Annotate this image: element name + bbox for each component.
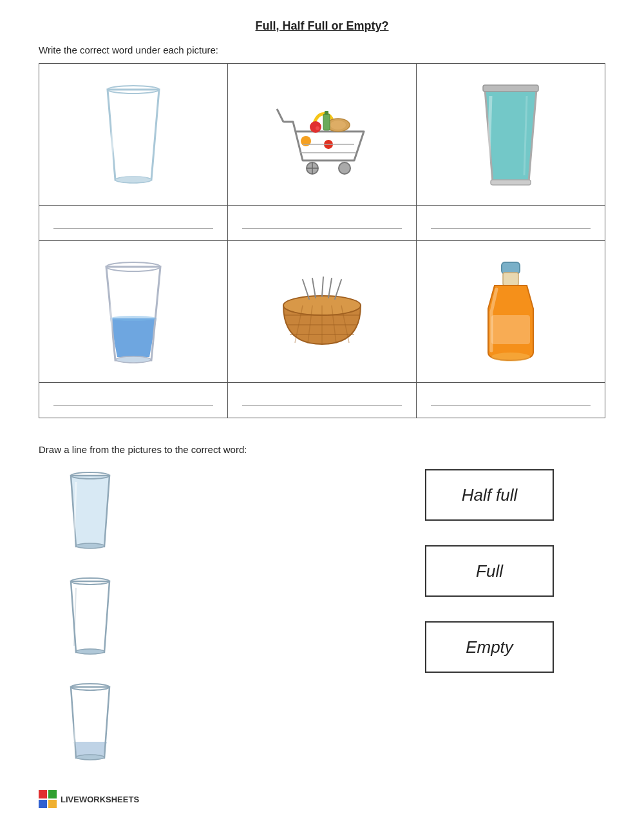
svg-point-30 [110, 316, 156, 321]
svg-point-12 [310, 121, 321, 133]
word-box-full: Full [425, 545, 554, 597]
answer-cell-4[interactable] [39, 383, 228, 418]
answer-row-1 [39, 206, 605, 241]
answer-cell-5[interactable] [228, 383, 417, 418]
cell-empty-glass [39, 64, 228, 206]
match-picture-1 [64, 469, 116, 556]
answer-cell-1[interactable] [39, 206, 228, 241]
svg-line-5 [277, 109, 283, 122]
svg-line-42 [312, 278, 316, 298]
svg-rect-64 [39, 790, 47, 798]
answer-row-2 [39, 383, 605, 418]
svg-point-53 [76, 543, 104, 548]
match-empty-glass-svg [64, 575, 116, 659]
svg-point-57 [76, 649, 104, 654]
match-picture-2 [64, 575, 116, 661]
half-glass-svg [95, 260, 172, 363]
svg-rect-66 [39, 800, 47, 808]
cell-full-glass-teal [417, 64, 605, 206]
svg-rect-23 [491, 180, 531, 185]
image-row-1 [39, 64, 605, 206]
svg-point-62 [76, 755, 104, 760]
svg-rect-48 [491, 315, 530, 344]
answer-input-6[interactable] [431, 395, 591, 406]
match-full-glass-svg [64, 469, 116, 553]
match-half-glass-svg [64, 681, 116, 764]
instruction1: Write the correct word under each pictur… [39, 44, 605, 55]
words-column: Half full Full Empty [425, 469, 554, 673]
svg-point-49 [491, 353, 530, 362]
grid-table [39, 63, 605, 418]
answer-input-5[interactable] [242, 395, 402, 406]
svg-line-44 [328, 278, 332, 298]
svg-rect-67 [48, 800, 57, 808]
answer-cell-2[interactable] [228, 206, 417, 241]
svg-line-31 [110, 273, 113, 353]
match-picture-3 [64, 681, 116, 767]
cell-basket [228, 241, 417, 383]
svg-point-13 [316, 126, 319, 130]
answer-input-3[interactable] [431, 218, 591, 229]
svg-rect-14 [323, 114, 330, 130]
svg-point-3 [119, 176, 147, 181]
juice-bottle-svg [478, 257, 543, 367]
word-box-halffull: Half full [425, 469, 554, 521]
pictures-column [64, 469, 116, 767]
word-empty-label: Empty [466, 637, 513, 657]
footer-text: LIVEWORKSHEETS [61, 795, 139, 804]
word-full-label: Full [476, 561, 503, 581]
matching-area: Half full Full Empty [39, 469, 605, 767]
svg-marker-0 [108, 90, 159, 180]
svg-rect-47 [503, 273, 518, 285]
word-box-empty: Empty [425, 621, 554, 673]
shopping-cart-svg [270, 83, 374, 186]
svg-point-7 [339, 162, 350, 174]
answer-input-1[interactable] [53, 218, 213, 229]
svg-marker-55 [71, 581, 109, 652]
svg-rect-15 [325, 111, 328, 115]
footer: LIVEWORKSHEETS [39, 790, 605, 808]
full-glass-teal-svg [475, 80, 546, 189]
svg-point-11 [330, 121, 346, 130]
answer-input-2[interactable] [242, 218, 402, 229]
svg-point-29 [116, 356, 151, 363]
instruction2: Draw a line from the pictures to the cor… [39, 444, 605, 455]
image-row-2 [39, 241, 605, 383]
svg-rect-65 [48, 790, 57, 798]
answer-input-4[interactable] [53, 395, 213, 406]
word-halffull-label: Half full [462, 485, 518, 505]
svg-marker-26 [110, 318, 156, 357]
basket-svg [270, 267, 374, 357]
answer-cell-6[interactable] [417, 383, 605, 418]
liveworksheets-logo [39, 790, 57, 808]
page-title: Full, Half Full or Empty? [39, 19, 605, 33]
svg-marker-20 [485, 90, 536, 182]
svg-line-43 [322, 277, 323, 296]
cell-shopping-cart [228, 64, 417, 206]
answer-cell-3[interactable] [417, 206, 605, 241]
cell-half-glass [39, 241, 228, 383]
logo-icon [39, 790, 57, 808]
cell-juice-bottle [417, 241, 605, 383]
svg-rect-22 [483, 85, 538, 92]
empty-glass-svg [95, 83, 172, 186]
